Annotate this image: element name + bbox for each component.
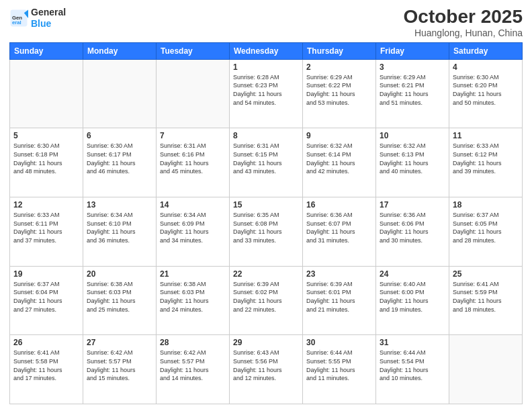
weekday-monday: Monday <box>83 42 157 59</box>
calendar-cell <box>83 59 157 128</box>
calendar-cell: 9Sunrise: 6:32 AM Sunset: 6:14 PM Daylig… <box>303 128 376 197</box>
day-info: Sunrise: 6:30 AM Sunset: 6:17 PM Dayligh… <box>87 142 152 175</box>
calendar-cell: 10Sunrise: 6:32 AM Sunset: 6:13 PM Dayli… <box>376 128 449 197</box>
day-info: Sunrise: 6:42 AM Sunset: 5:57 PM Dayligh… <box>87 349 152 382</box>
weekday-header-row: SundayMondayTuesdayWednesdayThursdayFrid… <box>10 42 523 59</box>
day-number: 26 <box>13 338 79 347</box>
day-info: Sunrise: 6:44 AM Sunset: 5:54 PM Dayligh… <box>380 349 445 382</box>
calendar-cell: 17Sunrise: 6:36 AM Sunset: 6:06 PM Dayli… <box>376 197 449 267</box>
weekday-tuesday: Tuesday <box>157 42 230 59</box>
day-number: 18 <box>453 200 519 210</box>
header: Gen eral General Blue October 2025 Huang… <box>9 7 523 38</box>
calendar-cell: 29Sunrise: 6:43 AM Sunset: 5:56 PM Dayli… <box>230 335 303 404</box>
day-number: 8 <box>233 131 299 140</box>
day-info: Sunrise: 6:39 AM Sunset: 6:01 PM Dayligh… <box>306 280 372 314</box>
day-number: 27 <box>87 338 152 347</box>
calendar-cell: 20Sunrise: 6:38 AM Sunset: 6:03 PM Dayli… <box>83 266 157 335</box>
calendar-cell: 14Sunrise: 6:34 AM Sunset: 6:09 PM Dayli… <box>157 197 230 267</box>
calendar-cell: 28Sunrise: 6:42 AM Sunset: 5:57 PM Dayli… <box>157 335 230 404</box>
weekday-sunday: Sunday <box>10 42 83 59</box>
logo-text: General Blue <box>31 7 66 30</box>
calendar-cell: 5Sunrise: 6:30 AM Sunset: 6:18 PM Daylig… <box>10 128 83 197</box>
day-number: 15 <box>233 200 299 210</box>
day-info: Sunrise: 6:43 AM Sunset: 5:56 PM Dayligh… <box>233 349 299 382</box>
day-info: Sunrise: 6:37 AM Sunset: 6:04 PM Dayligh… <box>13 280 79 314</box>
calendar-cell: 12Sunrise: 6:33 AM Sunset: 6:11 PM Dayli… <box>10 197 83 267</box>
day-info: Sunrise: 6:39 AM Sunset: 6:02 PM Dayligh… <box>233 280 299 314</box>
day-number: 6 <box>87 131 152 140</box>
day-number: 25 <box>453 269 519 279</box>
day-number: 24 <box>380 269 445 279</box>
weekday-friday: Friday <box>376 42 449 59</box>
calendar-cell <box>449 335 523 404</box>
day-number: 17 <box>380 200 445 210</box>
calendar-cell <box>10 59 83 128</box>
day-info: Sunrise: 6:32 AM Sunset: 6:13 PM Dayligh… <box>380 142 445 175</box>
calendar-cell: 3Sunrise: 6:29 AM Sunset: 6:21 PM Daylig… <box>376 59 449 128</box>
logo-line2: Blue <box>31 18 66 30</box>
day-info: Sunrise: 6:33 AM Sunset: 6:12 PM Dayligh… <box>453 142 519 175</box>
month-title: October 2025 <box>404 7 523 28</box>
day-number: 3 <box>380 62 445 72</box>
day-number: 4 <box>453 62 519 72</box>
calendar-cell: 15Sunrise: 6:35 AM Sunset: 6:08 PM Dayli… <box>230 197 303 267</box>
day-number: 14 <box>160 200 226 210</box>
day-info: Sunrise: 6:30 AM Sunset: 6:18 PM Dayligh… <box>13 142 79 175</box>
day-number: 2 <box>306 62 372 72</box>
logo: Gen eral General Blue <box>9 7 66 30</box>
calendar-table: SundayMondayTuesdayWednesdayThursdayFrid… <box>9 42 523 404</box>
day-info: Sunrise: 6:34 AM Sunset: 6:10 PM Dayligh… <box>87 211 152 244</box>
logo-icon: Gen eral <box>9 9 28 28</box>
location: Huanglong, Hunan, China <box>404 28 523 38</box>
day-number: 5 <box>13 131 79 140</box>
calendar-cell: 23Sunrise: 6:39 AM Sunset: 6:01 PM Dayli… <box>303 266 376 335</box>
calendar-cell: 18Sunrise: 6:37 AM Sunset: 6:05 PM Dayli… <box>449 197 523 267</box>
calendar-cell: 7Sunrise: 6:31 AM Sunset: 6:16 PM Daylig… <box>157 128 230 197</box>
title-block: October 2025 Huanglong, Hunan, China <box>404 7 523 38</box>
day-info: Sunrise: 6:40 AM Sunset: 6:00 PM Dayligh… <box>380 280 445 314</box>
day-info: Sunrise: 6:28 AM Sunset: 6:23 PM Dayligh… <box>233 73 299 107</box>
day-info: Sunrise: 6:31 AM Sunset: 6:16 PM Dayligh… <box>160 142 226 175</box>
day-info: Sunrise: 6:42 AM Sunset: 5:57 PM Dayligh… <box>160 349 226 382</box>
day-info: Sunrise: 6:41 AM Sunset: 5:58 PM Dayligh… <box>13 349 79 382</box>
day-info: Sunrise: 6:33 AM Sunset: 6:11 PM Dayligh… <box>13 211 79 244</box>
calendar-cell: 21Sunrise: 6:38 AM Sunset: 6:03 PM Dayli… <box>157 266 230 335</box>
day-number: 30 <box>306 338 372 347</box>
page: Gen eral General Blue October 2025 Huang… <box>0 0 532 411</box>
logo-line1: General <box>31 7 66 18</box>
calendar-cell: 16Sunrise: 6:36 AM Sunset: 6:07 PM Dayli… <box>303 197 376 267</box>
day-info: Sunrise: 6:31 AM Sunset: 6:15 PM Dayligh… <box>233 142 299 175</box>
calendar-cell: 19Sunrise: 6:37 AM Sunset: 6:04 PM Dayli… <box>10 266 83 335</box>
calendar-cell <box>157 59 230 128</box>
day-info: Sunrise: 6:32 AM Sunset: 6:14 PM Dayligh… <box>306 142 372 175</box>
calendar-cell: 31Sunrise: 6:44 AM Sunset: 5:54 PM Dayli… <box>376 335 449 404</box>
calendar-cell: 30Sunrise: 6:44 AM Sunset: 5:55 PM Dayli… <box>303 335 376 404</box>
day-number: 12 <box>13 200 79 210</box>
calendar-cell: 11Sunrise: 6:33 AM Sunset: 6:12 PM Dayli… <box>449 128 523 197</box>
day-info: Sunrise: 6:35 AM Sunset: 6:08 PM Dayligh… <box>233 211 299 244</box>
day-number: 29 <box>233 338 299 347</box>
week-row-0: 1Sunrise: 6:28 AM Sunset: 6:23 PM Daylig… <box>10 59 523 128</box>
calendar-cell: 4Sunrise: 6:30 AM Sunset: 6:20 PM Daylig… <box>449 59 523 128</box>
calendar-cell: 1Sunrise: 6:28 AM Sunset: 6:23 PM Daylig… <box>230 59 303 128</box>
week-row-2: 12Sunrise: 6:33 AM Sunset: 6:11 PM Dayli… <box>10 197 523 267</box>
calendar-cell: 27Sunrise: 6:42 AM Sunset: 5:57 PM Dayli… <box>83 335 157 404</box>
day-info: Sunrise: 6:34 AM Sunset: 6:09 PM Dayligh… <box>160 211 226 244</box>
day-number: 11 <box>453 131 519 140</box>
calendar-cell: 22Sunrise: 6:39 AM Sunset: 6:02 PM Dayli… <box>230 266 303 335</box>
calendar-cell: 24Sunrise: 6:40 AM Sunset: 6:00 PM Dayli… <box>376 266 449 335</box>
weekday-wednesday: Wednesday <box>230 42 303 59</box>
day-info: Sunrise: 6:29 AM Sunset: 6:21 PM Dayligh… <box>380 73 445 107</box>
day-info: Sunrise: 6:41 AM Sunset: 5:59 PM Dayligh… <box>453 280 519 314</box>
day-number: 22 <box>233 269 299 279</box>
day-info: Sunrise: 6:38 AM Sunset: 6:03 PM Dayligh… <box>87 280 152 314</box>
day-number: 10 <box>380 131 445 140</box>
weekday-thursday: Thursday <box>303 42 376 59</box>
week-row-4: 26Sunrise: 6:41 AM Sunset: 5:58 PM Dayli… <box>10 335 523 404</box>
svg-text:eral: eral <box>12 19 21 26</box>
day-number: 19 <box>13 269 79 279</box>
day-info: Sunrise: 6:36 AM Sunset: 6:07 PM Dayligh… <box>306 211 372 244</box>
day-info: Sunrise: 6:29 AM Sunset: 6:22 PM Dayligh… <box>306 73 372 107</box>
calendar-cell: 2Sunrise: 6:29 AM Sunset: 6:22 PM Daylig… <box>303 59 376 128</box>
day-number: 21 <box>160 269 226 279</box>
